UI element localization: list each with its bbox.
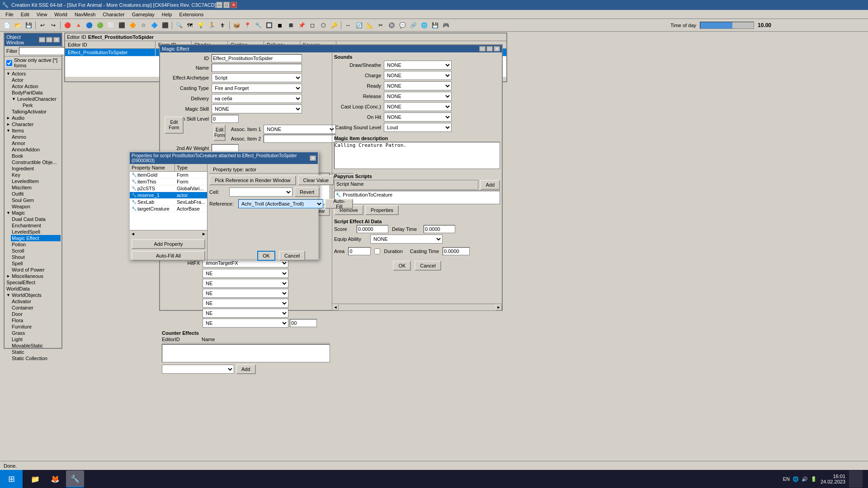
on-hit-select[interactable]: NONE [384,113,452,122]
tree-potion[interactable]: Potion [11,241,61,248]
cast-loop-select[interactable]: NONE [384,102,452,111]
tree-items[interactable]: ▼Items [5,127,61,134]
toolbar-redo[interactable]: ↪ [48,20,58,30]
toolbar-21[interactable]: 🔳 [286,20,296,30]
tree-container[interactable]: Container [11,305,61,311]
toolbar-undo[interactable]: ↩ [38,20,47,30]
toolbar-16[interactable]: 📦 [231,20,241,30]
tree-scroll[interactable]: Scroll [11,248,61,254]
prop-col-name[interactable]: Property Name [130,164,175,171]
menu-edit[interactable]: Edit [17,11,33,18]
toolbar-7[interactable]: 🔶 [127,20,137,30]
tree-worldobjects[interactable]: ▼WorldObjects [5,292,61,298]
obj-win-close[interactable]: ✕ [53,37,60,42]
reference-select[interactable]: Achr_Troll (ActorBase_Troll) [238,199,323,208]
prop-row-sexlab[interactable]: 🔧SexLab SexLabFra... [130,199,207,206]
me-win-close[interactable]: ✕ [494,46,500,52]
scroll-left-btn[interactable]: ◄ [332,304,339,310]
toolbar-24[interactable]: ⬡ [318,20,328,30]
tree-constructible[interactable]: Constructible Obje... [11,159,61,165]
toolbar-22[interactable]: 📌 [297,20,307,30]
tree-weapon[interactable]: Weapon [11,203,61,210]
tree-soulgem[interactable]: Soul Gem [11,197,61,203]
taskbar-explorer[interactable]: 📁 [26,470,44,488]
tree-leveleditem[interactable]: LeveledItem [11,178,61,184]
tree-furniture[interactable]: Furniture [11,324,61,330]
add-property-btn[interactable]: Add Property [132,239,205,249]
tree-light[interactable]: Light [11,336,61,343]
maximize-btn[interactable]: □ [223,2,230,8]
menu-gameplay[interactable]: Gameplay [128,11,158,18]
show-active-checkbox[interactable] [6,60,12,66]
tree-armoraddon[interactable]: ArmorAddon [11,146,61,153]
counter-effects-list[interactable] [162,344,330,362]
assoc2-input[interactable] [264,135,336,143]
ne-select-5[interactable]: NE [203,309,288,318]
tree-actor[interactable]: Actor [11,77,61,83]
me-win-maximize[interactable]: □ [486,46,493,52]
tree-bodypartdata[interactable]: BodyPartData [11,89,61,96]
tree-grass[interactable]: Grass [11,330,61,336]
obj-win-maximize[interactable]: □ [46,37,52,42]
tree-magic-effect[interactable]: Magic Effect [11,235,61,241]
close-btn[interactable]: ✕ [231,2,237,8]
me-win-minimize[interactable]: ─ [479,46,486,52]
toolbar-13[interactable]: 💡 [196,20,206,30]
ne-select-4[interactable]: NE [203,299,288,308]
tree-word-of-power[interactable]: Word of Power [11,267,61,273]
me-ok-btn[interactable]: OK [393,261,411,271]
papyrus-properties-btn[interactable]: Properties [365,205,399,215]
toolbar-9[interactable]: 🔷 [149,20,159,30]
tree-magic[interactable]: ▼Magic [5,210,61,216]
name-input[interactable] [212,64,302,72]
delivery-select[interactable]: на себя [212,94,302,103]
edit-form-button[interactable]: EditForm [165,117,184,134]
toolbar-31[interactable]: 💬 [397,20,407,30]
tree-perk[interactable]: Perk [22,102,61,108]
assoc1-select[interactable]: NONE [264,125,336,134]
prop-row-itemthis[interactable]: 🔧itemThis Form [130,178,207,185]
toolbar-11[interactable]: 🔍 [174,20,184,30]
taskbar-browser[interactable]: 🦊 [46,470,64,488]
toolbar-save[interactable]: 💾 [24,20,33,30]
tree-audio[interactable]: ►Audio [5,115,61,121]
toolbar-4[interactable]: 🟢 [95,20,105,30]
id-input[interactable] [212,54,302,62]
prop-row-p2csts[interactable]: 🔧p2cSTS GlobalVari... [130,185,207,192]
charge-select[interactable]: NONE [384,71,452,80]
toolbar-new[interactable]: 📄 [2,20,12,30]
prop-row-targetcreature[interactable]: 🔧targetCreature ActorBase [130,206,207,212]
min-skill-input[interactable] [212,115,239,123]
casting-sound-select[interactable]: Loud [384,123,452,132]
me-cancel-btn[interactable]: Cancel [415,261,441,271]
ne-select-6[interactable]: NE [203,319,288,328]
me-scrollbar[interactable]: ◄ ► [332,304,502,310]
duration-checkbox[interactable] [374,249,380,254]
tree-leveledcharacter[interactable]: ▼LeveledCharacter [11,96,61,102]
toolbar-12[interactable]: 🗺 [185,20,195,30]
props-close-btn[interactable]: ✕ [310,155,316,161]
magic-desc-textarea[interactable]: Calling Creature Patron. [334,142,500,169]
menu-help[interactable]: Help [158,11,176,18]
tree-area[interactable]: ▼Actors Actor Actor Action BodyPartData … [5,70,61,361]
cell-select[interactable] [229,188,292,197]
tree-miscellaneous[interactable]: ►Miscellaneous [5,273,61,279]
toolbar-1[interactable]: 🔴 [62,20,72,30]
tree-miscitem[interactable]: MiscItem [11,184,61,191]
menu-view[interactable]: View [33,11,51,18]
toolbar-35[interactable]: 🎮 [441,20,451,30]
toolbar-34[interactable]: 💾 [430,20,440,30]
revert-btn[interactable]: Revert [294,187,320,197]
tree-spell[interactable]: Spell [11,260,61,267]
edit-form-inline-btn[interactable]: EditForm [213,125,226,141]
prop-row-reserve1[interactable]: 🔧reserve_1 actor [130,192,207,199]
tree-shout[interactable]: Shout [11,254,61,260]
auto-fill-btn[interactable]: Auto-Fill [325,199,353,209]
tree-book[interactable]: Book [11,153,61,159]
tree-flora[interactable]: Flora [11,317,61,324]
archetype-select[interactable]: Script [212,73,302,82]
draw-sheathe-select[interactable]: NONE [384,61,452,70]
toolbar-20[interactable]: ◼ [275,20,285,30]
pick-reference-btn[interactable]: Pick Reference in Render Window [209,175,296,185]
ne-input-00[interactable] [290,319,317,327]
